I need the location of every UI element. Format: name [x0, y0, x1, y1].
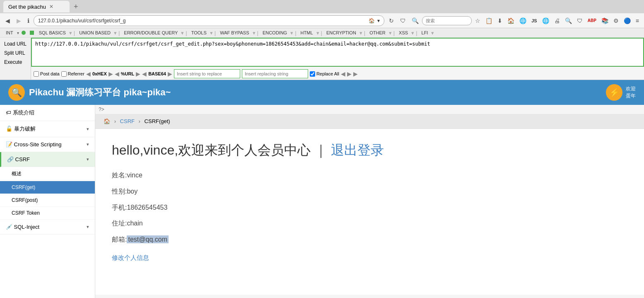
address-label: 住址: — [112, 220, 127, 227]
sidebar-item-bruteforce[interactable]: 🔓 暴力破解 ▾ — [0, 121, 95, 137]
breadcrumb-sep1: › — [114, 118, 116, 124]
sex-value: boy — [127, 188, 137, 195]
arrow-right-2: ▶ — [136, 70, 140, 77]
arrow-left-1: ◀ — [86, 70, 91, 77]
sidebar-sub-csrf-post[interactable]: CSRF(post) — [0, 194, 95, 207]
search-input[interactable] — [422, 16, 472, 25]
sidebar-csrf-label: 🔗 CSRF — [7, 156, 30, 162]
encryption-button[interactable]: ENCRYPTION — [324, 29, 359, 36]
back-button[interactable]: ◀ — [3, 17, 12, 25]
referrer-checkbox[interactable] — [61, 71, 67, 77]
address-value: chain — [127, 220, 142, 227]
php-notice: ?> — [95, 105, 644, 114]
url-textarea[interactable]: http://127.0.0.1/pikachu/vul/csrf/csrfge… — [31, 38, 644, 67]
hackbar: INT ▾ SQL BASICS▾ | UNION BASED▾ | ERROR… — [0, 28, 644, 80]
breadcrumb-current: CSRF(get) — [145, 118, 170, 124]
sidebar-sub-csrf-token[interactable]: CSRF Token — [0, 207, 95, 220]
url-text: 127.0.0.1/pikachu/vul/csrf/csrfget/csrf_… — [38, 18, 366, 24]
arrow-left-2: ◀ — [115, 70, 119, 77]
insert-replace-input[interactable] — [174, 69, 240, 78]
arrow-left-3: ◀ — [142, 70, 147, 77]
chevron-bruteforce: ▾ — [87, 126, 89, 132]
sidebar-item-csrf[interactable]: 🔗 CSRF ▾ — [0, 152, 95, 167]
encoding-button[interactable]: ENCODING — [260, 29, 289, 36]
shield-icon: 🛡 — [398, 17, 408, 25]
breadcrumb: 🏠 › CSRF › CSRF(get) — [95, 114, 644, 129]
pikachu-user-area: ⚡ 欢迎 蛋年 — [606, 84, 636, 101]
globe-icon[interactable]: 🌐 — [518, 17, 528, 25]
execute-button[interactable]: Execute — [0, 58, 31, 67]
reload-button[interactable]: ↻ — [387, 17, 396, 25]
lfi-button[interactable]: LFI — [419, 29, 431, 36]
forward-button[interactable]: ▶ — [14, 17, 23, 25]
new-tab-button[interactable]: + — [71, 2, 81, 11]
xss-button[interactable]: XSS — [396, 29, 410, 36]
arrow-right-3: ▶ — [168, 70, 172, 77]
download-icon[interactable]: ⬇ — [496, 17, 504, 25]
home-breadcrumb-icon: 🏠 — [104, 118, 110, 124]
content-area: 🏷 系统介绍 🔓 暴力破解 ▾ 📝 Cross-Site Scripting ▾… — [0, 105, 644, 298]
sex-label: 性别: — [112, 188, 127, 195]
menu-icon[interactable]: ≡ — [634, 17, 641, 25]
replace-all-label[interactable]: Replace All — [310, 71, 339, 77]
pikachu-avatar: ⚡ — [606, 84, 622, 101]
other-button[interactable]: OTHER — [367, 29, 388, 36]
tools-button[interactable]: TOOLS — [189, 29, 209, 36]
int-dropdown[interactable]: ▾ — [17, 31, 19, 35]
page-greeting: hello,vince,欢迎来到个人会员中心 ｜ 退出登录 — [112, 141, 627, 160]
sidebar-bruteforce-label: 🔓 暴力破解 — [6, 125, 36, 133]
sidebar-sub-csrf-get[interactable]: CSRF(get) — [0, 181, 95, 194]
sidebar-sub-overview[interactable]: 概述 — [0, 167, 95, 181]
js-icon[interactable]: JS — [530, 17, 538, 24]
referrer-label[interactable]: Referrer — [61, 71, 84, 77]
tab-title: Get the pikachu — [8, 4, 46, 10]
ext1-icon[interactable]: 🌐 — [540, 17, 551, 25]
url-field[interactable]: 127.0.0.1/pikachu/vul/csrf/csrfget/csrf_… — [34, 15, 384, 26]
modify-info-link[interactable]: 修改个人信息 — [112, 254, 149, 262]
settings-icon[interactable]: ⚙ — [612, 17, 620, 25]
bookmark-icon[interactable]: ☆ — [473, 17, 482, 25]
sql-basics-button[interactable]: SQL BASICS — [36, 29, 68, 36]
shield2-icon[interactable]: 🛡 — [575, 17, 584, 25]
insert-replacing-input[interactable] — [242, 69, 308, 78]
html-button[interactable]: HTML — [298, 29, 316, 36]
sidebar-item-sqlinject[interactable]: 💉 SQL-Inject ▾ — [0, 220, 95, 235]
split-url-button[interactable]: Split URL — [0, 48, 31, 58]
sidebar-xss-label: 📝 Cross-Site Scripting — [6, 141, 61, 148]
tab-close-button[interactable]: ✕ — [49, 4, 53, 10]
ext3-icon[interactable]: 🔵 — [622, 17, 632, 25]
abp-icon[interactable]: ABP — [586, 17, 598, 24]
sidebar-csrf-get-label: CSRF(get) — [12, 184, 35, 190]
search-icon[interactable]: 🔍 — [410, 17, 420, 25]
breadcrumb-csrf[interactable]: CSRF — [120, 118, 135, 124]
clipboard-icon[interactable]: 📋 — [484, 17, 494, 25]
union-based-button[interactable]: UNION BASED — [77, 29, 113, 36]
zoom-icon[interactable]: 🔍 — [563, 17, 574, 25]
sidebar-item-xss[interactable]: 📝 Cross-Site Scripting ▾ — [0, 137, 95, 152]
active-tab[interactable]: Get the pikachu ✕ — [3, 1, 70, 12]
base64-label: BASE64 — [148, 71, 166, 76]
welcome-text: 欢迎 — [626, 85, 636, 92]
post-data-label[interactable]: Post data — [34, 71, 59, 77]
logout-link[interactable]: 退出登录 — [331, 143, 384, 157]
sidebar-item-intro[interactable]: 🏷 系统介绍 — [0, 105, 95, 121]
ext2-icon[interactable]: 📚 — [600, 17, 610, 25]
pikachu-header: 🔍 Pikachu 漏洞练习平台 pika~pika~ ⚡ 欢迎 蛋年 — [0, 80, 644, 105]
green-dot — [22, 31, 26, 35]
hackbar-options: Post data Referrer ◀ 0xHEX ▶ ◀ %URL ▶ ◀ … — [31, 68, 644, 80]
post-data-checkbox[interactable] — [34, 71, 39, 77]
waf-bypass-button[interactable]: WAF BYPASS — [217, 29, 251, 36]
dropdown-icon[interactable]: ▾ — [377, 18, 380, 24]
replace-all-checkbox[interactable] — [310, 71, 315, 77]
chevron-xss: ▾ — [87, 142, 89, 147]
int-button[interactable]: INT — [3, 29, 16, 36]
home-nav-icon[interactable]: 🏠 — [506, 17, 516, 25]
address-bar: ◀ ▶ ℹ 127.0.0.1/pikachu/vul/csrf/csrfget… — [0, 13, 644, 28]
chevron-sqlinject: ▾ — [87, 224, 89, 230]
main-content: ?> 🏠 › CSRF › CSRF(get) hello,vince,欢迎来到… — [95, 105, 644, 298]
load-url-button[interactable]: Load URL — [0, 39, 31, 48]
print-icon[interactable]: 🖨 — [552, 17, 562, 25]
error-double-button[interactable]: ERROR/DOUBLE QUERY — [121, 29, 180, 36]
name-value: vince — [127, 172, 142, 179]
user-email: 邮箱:test@qq.com — [112, 234, 627, 246]
